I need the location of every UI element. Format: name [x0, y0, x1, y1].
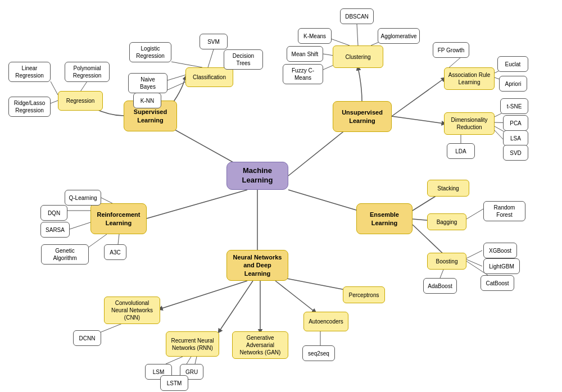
node-fuzzy: Fuzzy C-Means	[283, 64, 323, 84]
node-ensemble: Ensemble Learning	[356, 203, 413, 234]
svg-line-42	[219, 281, 253, 331]
node-genetic: Genetic Algorithm	[41, 244, 89, 265]
node-naive_bayes: Naive Bayes	[128, 73, 167, 93]
svg-line-31	[466, 209, 483, 219]
node-regression: Regression	[58, 91, 103, 111]
svg-line-6	[80, 81, 87, 92]
node-machine_learning: Machine Learning	[226, 162, 288, 190]
node-cnn: Convolutional Neural Networks (CNN)	[104, 297, 160, 324]
node-dim_reduction: Dimensionality Reduction	[444, 112, 495, 135]
node-perceptrons: Perceptrons	[343, 286, 385, 303]
svg-line-8	[171, 62, 202, 67]
node-agglomerative: Agglomerative	[378, 28, 420, 44]
svg-line-41	[160, 281, 247, 309]
node-q_learning: Q-Learning	[65, 190, 101, 206]
node-mean_shift: Mean Shift	[287, 46, 323, 62]
node-lightgbm: LightGBM	[483, 258, 520, 274]
node-linear_reg: Linear Regression	[8, 62, 51, 82]
node-random_forest: Random Forest	[483, 201, 525, 221]
node-lstm: LSTM	[160, 375, 188, 391]
svg-line-14	[392, 116, 444, 124]
node-dbscan: DBSCAN	[340, 8, 374, 24]
node-unsupervised: Unsupervised Learning	[333, 101, 392, 132]
svg-line-5	[51, 81, 58, 95]
node-gan: Generative Adversarial Networks (GAN)	[232, 331, 288, 359]
svg-line-47	[166, 357, 183, 364]
node-euclat: Euclat	[497, 56, 528, 72]
svg-line-33	[466, 259, 482, 266]
svg-line-40	[118, 234, 119, 244]
node-reinforcement: Reinforcement Learning	[90, 203, 147, 234]
node-catboost: CatBoost	[481, 275, 514, 291]
node-assoc_rule: Association Rule Learning	[444, 67, 495, 90]
node-ridge_lasso: Ridge/Lasso Regression	[8, 97, 51, 117]
svg-line-44	[275, 281, 315, 312]
node-svm: SVM	[200, 34, 228, 49]
node-dqn: DQN	[40, 205, 67, 221]
svg-line-7	[51, 101, 58, 103]
mindmap-canvas: Machine LearningSupervised LearningUnsup…	[0, 0, 562, 392]
node-classification: Classification	[185, 67, 233, 87]
node-apriori: Apriori	[499, 76, 527, 92]
node-autoencoders: Autoencoders	[303, 312, 348, 331]
node-fp_growth: FP Growth	[433, 42, 469, 58]
node-rnn: Recurrent Neural Networks (RNN)	[166, 331, 219, 357]
svg-line-48	[195, 357, 197, 364]
svg-line-16	[357, 24, 358, 45]
svg-line-2	[147, 190, 247, 218]
node-clustering: Clustering	[333, 45, 383, 68]
node-lda: LDA	[447, 143, 475, 159]
node-dcnn: DCNN	[73, 330, 101, 346]
node-seq2seq: seq2seq	[302, 345, 335, 361]
node-neural: Neural Networks and Deep Learning	[226, 250, 288, 281]
svg-line-10	[208, 49, 214, 67]
svg-line-32	[466, 250, 482, 258]
node-boosting: Boosting	[427, 253, 466, 270]
svg-line-36	[101, 198, 112, 203]
node-a3c: A3C	[104, 244, 126, 260]
node-pca: PCA	[503, 115, 528, 131]
node-poly_reg: Polynomial Regression	[65, 62, 110, 82]
node-decision_trees: Decision Trees	[224, 49, 263, 70]
node-bagging: Bagging	[427, 213, 466, 230]
node-tsne: t-SNE	[500, 98, 528, 114]
node-svd: SVD	[503, 145, 528, 161]
node-logistic_reg: Logistic Regression	[129, 42, 171, 62]
node-xgboost: XGBoost	[483, 243, 517, 258]
node-kmeans: K-Means	[298, 28, 332, 44]
node-knn: K-NN	[133, 93, 161, 108]
node-lsa: LSA	[503, 130, 528, 146]
svg-line-13	[392, 79, 444, 116]
node-stacking: Stacking	[427, 180, 469, 197]
node-adaboost: AdaBoost	[423, 278, 457, 294]
node-sarsa: SARSA	[40, 222, 70, 238]
